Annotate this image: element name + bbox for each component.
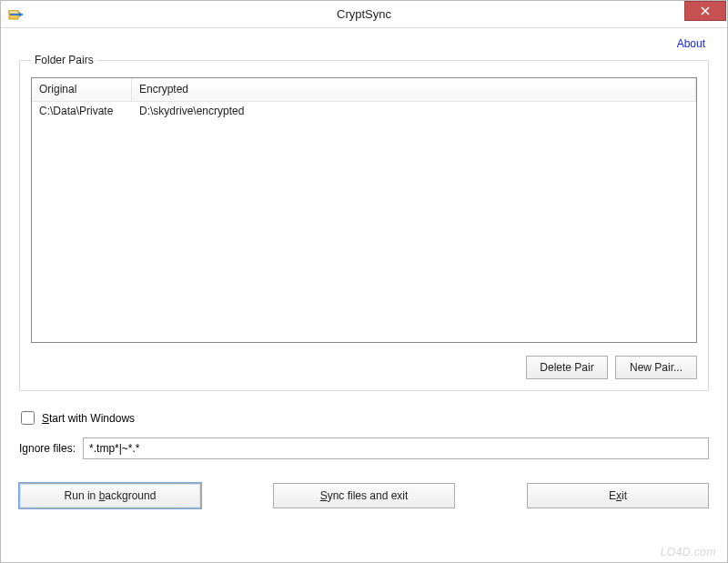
list-body: C:\Data\Private D:\skydrive\encrypted [32,102,696,120]
column-header-encrypted[interactable]: Encrypted [132,78,696,101]
close-icon [701,6,710,15]
sync-files-and-exit-button[interactable]: Sync files and exit [273,483,455,508]
cell-encrypted: D:\skydrive\encrypted [132,102,696,120]
client-area: About Folder Pairs Original Encrypted C:… [1,28,727,527]
folder-pairs-list[interactable]: Original Encrypted C:\Data\Private D:\sk… [31,77,697,343]
title-bar: CryptSync [1,1,727,28]
new-pair-button[interactable]: New Pair... [615,356,697,379]
bottom-buttons-row: Run in background Sync files and exit Ex… [19,483,709,508]
ignore-files-row: Ignore files: [19,437,709,459]
column-header-original[interactable]: Original [32,78,132,101]
table-row[interactable]: C:\Data\Private D:\skydrive\encrypted [32,102,696,120]
svg-rect-1 [9,11,18,14]
exit-button[interactable]: Exit [527,483,709,508]
start-with-windows-row: Start with Windows [19,411,709,425]
delete-pair-button[interactable]: Delete Pair [526,356,608,379]
run-in-background-button[interactable]: Run in background [19,483,201,508]
ignore-files-input[interactable] [83,437,709,459]
folder-pairs-legend: Folder Pairs [31,54,97,66]
folder-pairs-group: Folder Pairs Original Encrypted C:\Data\… [19,54,709,391]
cell-original: C:\Data\Private [32,102,132,120]
about-link[interactable]: About [19,35,709,54]
close-button[interactable] [684,1,726,21]
list-header: Original Encrypted [32,78,696,102]
app-icon [8,7,23,22]
watermark: LO4D.com [661,546,716,558]
pair-buttons-row: Delete Pair New Pair... [31,343,697,379]
start-with-windows-label[interactable]: Start with Windows [42,412,135,425]
ignore-files-label: Ignore files: [19,442,76,455]
window-title: CryptSync [337,7,391,21]
start-with-windows-checkbox[interactable] [21,411,35,425]
